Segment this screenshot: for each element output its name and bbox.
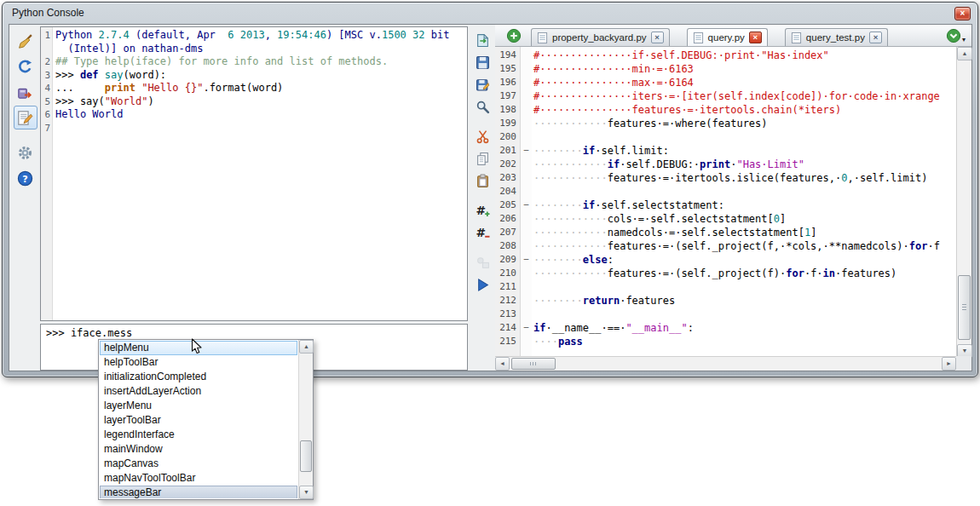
object-inspector-button — [472, 251, 494, 273]
line-number: 208 — [495, 239, 521, 253]
scroll-down-button[interactable]: ▼ — [299, 486, 314, 499]
horizontal-scrollbar-thumb[interactable] — [511, 358, 556, 370]
scrollbar-corner — [956, 356, 971, 371]
open-script-button[interactable] — [472, 29, 494, 51]
code-token: ) — [147, 95, 153, 107]
new-tab-button[interactable] — [506, 28, 522, 43]
paste-button[interactable] — [472, 170, 494, 192]
cut-icon — [476, 129, 490, 144]
fold-marker — [521, 280, 532, 294]
run-script-button[interactable] — [472, 273, 494, 296]
window-title: Python Console — [12, 7, 84, 19]
cut-button[interactable] — [472, 125, 494, 147]
line-number: 196 — [495, 76, 521, 89]
autocomplete-scrollbar[interactable]: ▲ ▼ — [298, 340, 313, 499]
autocomplete-item[interactable]: mapCanvas — [100, 457, 297, 471]
line-text: if·__name__·==·"__main__": — [532, 321, 694, 335]
fold-marker — [521, 294, 532, 308]
editor-tabbar: property_backyard.py×query.py×query_test… — [495, 25, 971, 47]
autocomplete-item[interactable]: initializationCompleted — [100, 370, 297, 384]
fold-marker[interactable]: − — [521, 321, 532, 335]
fold-marker[interactable]: − — [521, 144, 532, 158]
uncomment-icon: # — [476, 226, 490, 240]
save-script-button[interactable] — [472, 51, 494, 73]
clear-console-button[interactable] — [14, 29, 37, 53]
code-token: ) [MSC v. — [326, 29, 382, 41]
find-text-button[interactable] — [472, 95, 494, 118]
help-icon: ? — [17, 170, 33, 187]
code-token: #···············max·=·6164 — [533, 77, 694, 89]
autocomplete-scrollbar-thumb[interactable] — [300, 440, 312, 472]
editor-vertical-scrollbar[interactable]: ▲ ▼ — [956, 47, 971, 358]
autocomplete-item[interactable]: layerToolBar — [100, 413, 297, 428]
vertical-scrollbar-thumb[interactable] — [958, 275, 971, 340]
scroll-up-button[interactable]: ▲ — [299, 340, 314, 354]
tab-list-button[interactable]: ▾ — [946, 28, 966, 43]
uncomment-button[interactable]: # — [472, 221, 494, 244]
fold-marker[interactable]: − — [521, 253, 532, 267]
tab-query-py[interactable]: query.py× — [687, 28, 768, 46]
fold-marker[interactable]: − — [521, 198, 532, 212]
import-class-icon — [17, 59, 33, 75]
code-token: ·self.DEBUG:· — [620, 158, 700, 170]
comment-button[interactable]: # — [472, 199, 494, 221]
code-token: ············ — [533, 267, 608, 279]
console-line: 1Python 2.7.4 (default, Apr 6 2013, 19:5… — [41, 29, 467, 43]
autocomplete-item[interactable]: layerMenu — [100, 399, 297, 413]
line-number: 211 — [495, 280, 521, 294]
line-text: #···············features·=·itertools.cha… — [532, 103, 841, 117]
close-button[interactable]: × — [954, 7, 971, 20]
line-number: 214 — [495, 321, 521, 335]
line-number: 200 — [495, 130, 521, 144]
autocomplete-item[interactable]: legendInterface — [100, 428, 297, 442]
tab-close-button[interactable]: × — [749, 32, 762, 43]
show-editor-icon — [17, 110, 33, 126]
tab-query_test-py[interactable]: query_test.py× — [785, 28, 888, 46]
line-text: ············features·=·where(features) — [532, 117, 768, 130]
autocomplete-item[interactable]: insertAddLayerAction — [100, 384, 297, 399]
line-number: 202 — [495, 158, 521, 171]
autocomplete-item[interactable]: messageBar — [100, 486, 297, 498]
tab-property_backyard-py[interactable]: property_backyard.py× — [531, 28, 670, 46]
console-output[interactable]: 1Python 2.7.4 (default, Apr 6 2013, 19:5… — [40, 26, 468, 321]
scroll-right-button[interactable]: ► — [942, 357, 956, 371]
editor-line: 207············namedcols·=·self.selectst… — [495, 226, 958, 239]
code-token: features·=·(self._project(f)· — [608, 267, 787, 279]
code-token: 0 — [774, 213, 780, 225]
autocomplete-item[interactable]: helpToolBar — [100, 355, 297, 370]
line-number: 204 — [495, 185, 521, 198]
scroll-up-button[interactable]: ▲ — [957, 47, 972, 60]
line-text: >>> def say(word): — [53, 69, 166, 83]
autocomplete-item[interactable]: mainWindow — [100, 442, 297, 457]
save-as-button[interactable] — [472, 73, 494, 95]
import-class-button[interactable] — [14, 55, 37, 78]
line-text: ········if·self.selectstatment: — [532, 198, 724, 212]
titlebar[interactable]: Python Console × — [3, 3, 977, 23]
editor-lines: 194#···············if·self.DEBUG:·print·… — [495, 49, 958, 348]
editor-line: 206············cols·=·self.selectstatmen… — [495, 212, 958, 226]
open-script-icon — [476, 33, 490, 48]
console-input-text: >>> iface.mess — [46, 327, 132, 339]
code-token: bit — [425, 29, 450, 41]
help-button[interactable]: ? — [14, 166, 37, 190]
copy-button[interactable] — [472, 147, 494, 170]
code-token: ·self.selectstatment: — [595, 199, 724, 211]
code-token: ] — [780, 213, 786, 225]
show-editor-button[interactable] — [14, 106, 37, 129]
line-number: 205 — [495, 198, 521, 212]
options-button[interactable] — [14, 141, 37, 164]
editor-line: 208············features·=·(self._project… — [495, 239, 958, 253]
tab-close-button[interactable]: × — [869, 32, 882, 43]
code-token: 1500 — [382, 29, 406, 41]
scroll-left-button[interactable]: ◄ — [495, 357, 510, 371]
code-token: 2.7.4 — [99, 29, 130, 41]
code-token: ············ — [533, 240, 608, 252]
tab-close-button[interactable]: × — [651, 32, 664, 43]
run-command-button[interactable] — [14, 80, 37, 104]
line-text: ## Type help(iface) for more info and li… — [53, 55, 388, 69]
editor-horizontal-scrollbar[interactable]: ◄ ► — [495, 356, 956, 371]
code-token: ············ — [533, 158, 608, 170]
code-editor[interactable]: 194#···············if·self.DEBUG:·print·… — [495, 47, 958, 358]
autocomplete-item[interactable]: mapNavToolToolBar — [100, 471, 297, 486]
code-token: pass — [558, 336, 583, 348]
